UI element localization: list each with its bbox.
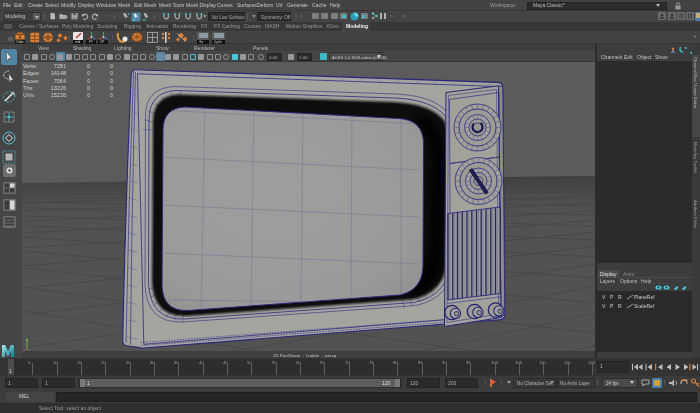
svg-text:Tris:: Tris: (23, 85, 34, 91)
svg-text:0: 0 (87, 92, 90, 98)
svg-text:UVs:: UVs: (23, 92, 35, 98)
svg-text:0: 0 (110, 78, 113, 84)
svg-text:0: 0 (87, 70, 90, 76)
svg-text:7064: 7064 (54, 78, 66, 84)
svg-text:15226: 15226 (51, 92, 66, 98)
svg-text:Verts:: Verts: (23, 63, 38, 69)
svg-text:Faces:: Faces: (23, 78, 40, 84)
svg-text:0: 0 (110, 92, 113, 98)
svg-text:0: 0 (87, 63, 90, 69)
svg-text:0: 0 (110, 85, 113, 91)
svg-text:Edges:: Edges: (23, 70, 41, 76)
svg-text:0: 0 (110, 63, 113, 69)
svg-text:0: 0 (87, 78, 90, 84)
svg-text:13226: 13226 (51, 85, 66, 91)
svg-text:7281: 7281 (54, 63, 66, 69)
svg-text:0: 0 (87, 85, 90, 91)
svg-text:14148: 14148 (51, 70, 66, 76)
svg-text:0: 0 (110, 70, 113, 76)
